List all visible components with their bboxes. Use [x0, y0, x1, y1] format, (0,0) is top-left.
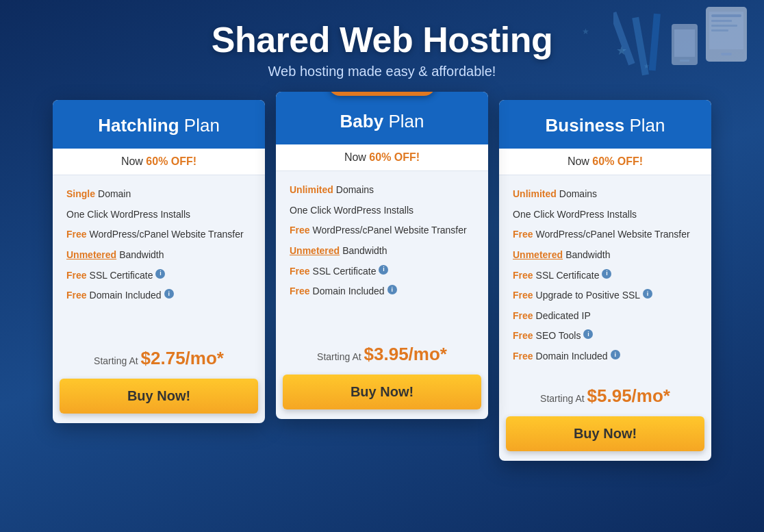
feature-text: SSL Certificate: [536, 269, 600, 283]
pricing-amount: $3.95/mo*: [364, 344, 447, 364]
discount-amount: 60% OFF!: [592, 155, 643, 167]
page-wrapper: Shared Web Hosting Web hosting made easy…: [0, 0, 764, 488]
feature-highlight: Unmetered: [290, 244, 340, 258]
info-icon[interactable]: i: [611, 350, 620, 359]
info-icon[interactable]: i: [387, 285, 397, 294]
feature-text: Bandwidth: [119, 249, 164, 262]
plans-container: Hatchling Plan Now 60% OFF! Single Domai…: [41, 100, 723, 460]
feature-text: SSL Certificate: [90, 269, 153, 283]
feature-highlight: Free: [513, 309, 533, 323]
feature-text: One Click WordPress Installs: [290, 204, 413, 218]
feature-item: Free WordPress/cPanel Website Transfer: [290, 224, 474, 238]
pricing-amount: $5.95/mo*: [587, 385, 670, 406]
feature-item: Free SSL Certificatei: [513, 269, 698, 283]
pricing-prefix: Starting At: [94, 355, 140, 366]
feature-highlight: Free: [513, 289, 533, 303]
plan-pricing: Starting At $5.95/mo*: [499, 377, 711, 416]
feature-highlight: Unmetered: [513, 249, 563, 262]
plan-card-hatchling: Hatchling Plan Now 60% OFF! Single Domai…: [53, 100, 265, 423]
plan-name-bold: Business: [546, 115, 625, 136]
discount-amount: 60% OFF!: [369, 151, 420, 163]
feature-highlight: Free: [290, 285, 310, 299]
feature-item: Free WordPress/cPanel Website Transfer: [513, 228, 698, 242]
feature-item: Single Domain: [66, 188, 251, 201]
feature-item: Unmetered Bandwidth: [513, 249, 698, 262]
plan-features: Unlimited Domains One Click WordPress In…: [276, 171, 488, 335]
feature-item: Free SEO Toolsi: [513, 329, 698, 343]
feature-item: Unmetered Bandwidth: [66, 249, 251, 262]
feature-item: Unlimited Domains: [290, 183, 474, 197]
feature-text: WordPress/cPanel Website Transfer: [313, 224, 467, 238]
feature-text: SSL Certificate: [313, 265, 377, 279]
info-icon[interactable]: i: [602, 269, 611, 279]
feature-text: Domain: [98, 188, 131, 201]
feature-text: Domain Included: [536, 350, 608, 364]
plan-features: Single Domain One Click WordPress Instal…: [53, 175, 265, 340]
feature-item: Free SSL Certificatei: [66, 269, 251, 283]
feature-item: Free SSL Certificatei: [290, 265, 474, 279]
plan-name: Hatchling Plan: [66, 115, 251, 136]
feature-highlight: Free: [513, 228, 533, 242]
plan-header: 👍 We Recommend Baby Plan: [276, 92, 488, 144]
feature-highlight: Unlimited: [290, 183, 333, 197]
discount-bar: Now 60% OFF!: [276, 144, 488, 171]
feature-text: Upgrade to Positive SSL: [536, 289, 641, 303]
plan-header: Hatchling Plan: [53, 100, 265, 149]
feature-text: Domain Included: [90, 289, 162, 303]
feature-item: Free Upgrade to Positive SSLi: [513, 289, 698, 303]
feature-item: Free Domain Includedi: [513, 350, 698, 364]
feature-highlight: Unlimited: [513, 188, 557, 201]
feature-highlight: Free: [290, 224, 310, 238]
buy-now-button[interactable]: Buy Now!: [60, 379, 258, 414]
feature-highlight: Free: [66, 228, 87, 242]
feature-item: Free Dedicated IP: [513, 309, 698, 323]
feature-highlight: Free: [513, 329, 533, 343]
info-icon[interactable]: i: [155, 269, 165, 279]
discount-bar: Now 60% OFF!: [53, 149, 265, 175]
feature-item: Free Domain Includedi: [290, 285, 474, 299]
plan-pricing: Starting At $2.75/mo*: [53, 340, 265, 379]
buy-now-button[interactable]: Buy Now!: [283, 375, 481, 409]
feature-item: Unmetered Bandwidth: [290, 244, 474, 258]
feature-text: SEO Tools: [536, 329, 581, 343]
feature-text: Dedicated IP: [536, 309, 591, 323]
info-icon[interactable]: i: [583, 329, 593, 339]
header: Shared Web Hosting Web hosting made easy…: [41, 21, 723, 79]
page-subtitle: Web hosting made easy & affordable!: [41, 64, 723, 79]
plan-card-baby: 👍 We Recommend Baby Plan Now 60% OFF! Un…: [276, 92, 488, 419]
feature-text: Bandwidth: [565, 249, 610, 262]
info-icon[interactable]: i: [643, 289, 652, 299]
feature-item: Unlimited Domains: [513, 188, 698, 201]
feature-item: Free Domain Includedi: [66, 289, 251, 303]
feature-text: Domain Included: [313, 285, 385, 299]
plan-name-bold: Hatchling: [98, 115, 179, 136]
feature-highlight: Free: [66, 289, 87, 303]
feature-text: Domains: [336, 183, 374, 197]
buy-now-button[interactable]: Buy Now!: [506, 416, 704, 451]
feature-item: One Click WordPress Installs: [66, 208, 251, 222]
plan-pricing: Starting At $3.95/mo*: [276, 335, 488, 375]
feature-item: One Click WordPress Installs: [290, 204, 474, 218]
feature-highlight: Free: [66, 269, 87, 283]
pricing-amount: $2.75/mo*: [141, 348, 224, 368]
info-icon[interactable]: i: [379, 265, 388, 275]
feature-highlight: Free: [290, 265, 310, 279]
feature-text: WordPress/cPanel Website Transfer: [90, 228, 244, 242]
feature-highlight: Free: [513, 350, 533, 364]
plan-name-bold: Baby: [340, 111, 384, 131]
plan-card-business: Business Plan Now 60% OFF! Unlimited Dom…: [499, 100, 711, 460]
feature-text: Bandwidth: [342, 244, 387, 258]
feature-text: Domains: [559, 188, 597, 201]
discount-amount: 60% OFF!: [146, 155, 196, 167]
info-icon[interactable]: i: [164, 289, 174, 299]
plan-name: Baby Plan: [290, 111, 474, 132]
feature-highlight: Unmetered: [66, 249, 116, 262]
feature-highlight: Free: [513, 269, 533, 283]
feature-item: Free WordPress/cPanel Website Transfer: [66, 228, 251, 242]
pricing-prefix: Starting At: [317, 351, 364, 362]
we-recommend-badge: 👍 We Recommend: [329, 92, 436, 96]
pricing-prefix: Starting At: [540, 393, 587, 404]
plan-features: Unlimited Domains One Click WordPress In…: [499, 175, 711, 377]
page-title: Shared Web Hosting: [41, 21, 723, 60]
discount-bar: Now 60% OFF!: [499, 149, 711, 175]
